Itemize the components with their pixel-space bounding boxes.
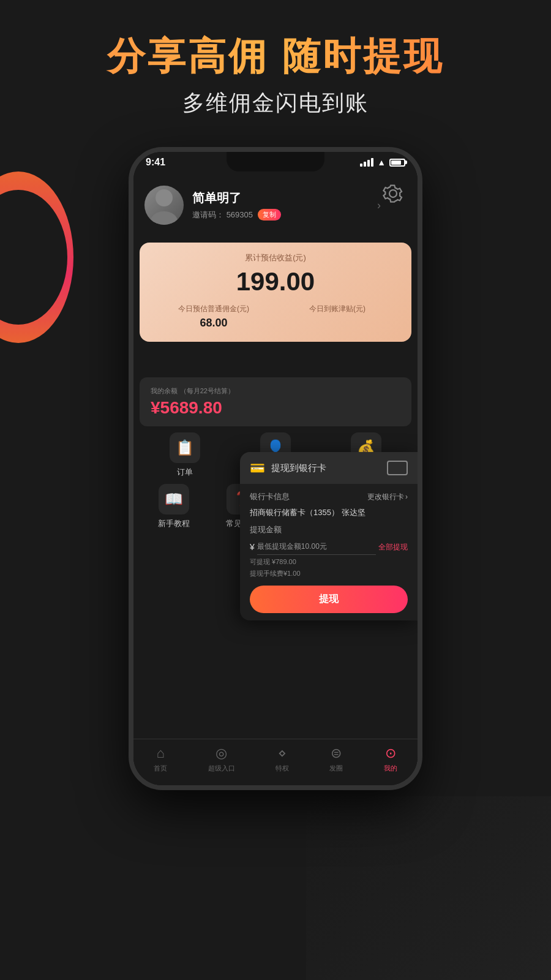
popup-withdraw-button[interactable]: 提现 xyxy=(250,586,408,613)
bg-shadow xyxy=(306,796,551,980)
invite-row: 邀请码： 569305 复制 xyxy=(192,209,381,221)
nav-item-super[interactable]: ◎ 超级入口 xyxy=(208,745,235,773)
balance-amount: ¥5689.80 xyxy=(151,398,400,418)
popup-amount-row: ¥ 最低提现金额10.00元 全部提现 xyxy=(250,539,408,555)
home-icon: ⌂ xyxy=(157,745,165,761)
earnings-total-amount: 199.00 xyxy=(152,267,399,296)
mine-nav-label: 我的 xyxy=(384,764,397,773)
popup-fee: 提现手续费¥1.00 xyxy=(250,569,408,578)
privilege-icon: ⋄ xyxy=(278,745,287,761)
status-bar: 9:41 ▲ xyxy=(146,157,405,168)
phone-screen: 9:41 ▲ xyxy=(133,152,418,785)
avatar xyxy=(144,186,184,225)
earnings-total-label: 累计预估收益(元) xyxy=(152,252,399,263)
status-time: 9:41 xyxy=(146,157,165,168)
popup-header: 💳 提现到银行卡 xyxy=(240,452,418,484)
popup-bank-label: 银行卡信息 xyxy=(250,491,290,502)
super-icon: ◎ xyxy=(216,745,227,761)
tutorial-icon: 📖 xyxy=(159,484,189,514)
popup-available: 可提现 ¥789.00 xyxy=(250,557,408,567)
signal-icon xyxy=(360,158,373,167)
earnings-commission-col: 今日预估普通佣金(元) 68.00 xyxy=(152,304,276,330)
popup-all-button[interactable]: 全部提现 xyxy=(378,542,408,552)
copy-button[interactable]: 复制 xyxy=(258,209,281,221)
earnings-commission-value: 68.00 xyxy=(152,317,276,330)
header-main-text: 分享高佣 随时提现 xyxy=(0,31,551,82)
popup-header-text: 提现到银行卡 xyxy=(271,462,326,474)
orders-label: 订单 xyxy=(177,467,193,478)
popup-bank-detail: 招商银行储蓄卡（1355） 张达坚 xyxy=(250,507,408,518)
battery-icon xyxy=(389,159,405,167)
orders-icon: 📋 xyxy=(170,432,200,463)
balance-label: 我的余额 （每月22号结算） xyxy=(151,386,400,396)
profile-chevron-icon: › xyxy=(377,199,381,212)
bottom-nav: ⌂ 首页 ◎ 超级入口 ⋄ 特权 ⊜ 发圈 ⊙ 我的 xyxy=(133,739,418,785)
earnings-subsidy-label: 今日到账津贴(元) xyxy=(276,304,399,314)
wallet-icon: 💳 xyxy=(250,461,265,475)
bg-circle-inner xyxy=(0,190,67,325)
earnings-subsidy-col: 今日到账津贴(元) xyxy=(276,304,399,330)
earnings-card: 累计预估收益(元) 199.00 今日预估普通佣金(元) 68.00 今日到账津… xyxy=(140,243,411,342)
card-icon xyxy=(387,461,408,475)
earnings-row: 今日预估普通佣金(元) 68.00 今日到账津贴(元) xyxy=(152,304,399,330)
share-nav-label: 发圈 xyxy=(329,764,343,773)
avatar-svg xyxy=(144,186,184,225)
popup-change-bank[interactable]: 更改银行卡 › xyxy=(367,492,408,502)
share-icon: ⊜ xyxy=(331,745,342,761)
header-sub-text: 多维佣金闪电到账 xyxy=(0,88,551,118)
svg-point-1 xyxy=(151,211,178,225)
nav-item-mine[interactable]: ⊙ 我的 xyxy=(384,745,397,773)
svg-point-0 xyxy=(156,189,173,206)
nav-item-share[interactable]: ⊜ 发圈 xyxy=(329,745,343,773)
popup-currency-symbol: ¥ xyxy=(250,542,255,552)
settings-icon[interactable] xyxy=(382,183,404,205)
popup-body: 银行卡信息 更改银行卡 › 招商银行储蓄卡（1355） 张达坚 提现金额 ¥ 最… xyxy=(240,484,418,620)
nav-item-privilege[interactable]: ⋄ 特权 xyxy=(276,745,289,773)
wifi-icon: ▲ xyxy=(377,157,386,167)
user-info: 简单明了 邀请码： 569305 复制 xyxy=(192,190,381,221)
user-name: 简单明了 xyxy=(192,190,381,206)
popup-bank-row: 银行卡信息 更改银行卡 › xyxy=(250,491,408,502)
menu-item-tutorial[interactable]: 📖 新手教程 xyxy=(146,484,201,529)
earnings-commission-label: 今日预估普通佣金(元) xyxy=(152,304,276,314)
invite-label: 邀请码： 569305 xyxy=(192,209,253,221)
tutorial-label: 新手教程 xyxy=(158,518,190,529)
super-nav-label: 超级入口 xyxy=(208,764,235,773)
popup-amount-input: 最低提现金额10.00元 xyxy=(257,539,376,555)
home-nav-label: 首页 xyxy=(154,764,167,773)
mine-icon: ⊙ xyxy=(385,745,396,761)
withdrawal-popup: 💳 提现到银行卡 银行卡信息 更改银行卡 › 招商银行储蓄卡（1355） 张达坚… xyxy=(240,452,418,620)
phone-body: 9:41 ▲ xyxy=(129,147,422,790)
header-section: 分享高佣 随时提现 多维佣金闪电到账 xyxy=(0,31,551,118)
user-profile[interactable]: 简单明了 邀请码： 569305 复制 › xyxy=(144,186,381,225)
gear-svg xyxy=(382,183,404,205)
phone-mockup: 9:41 ▲ xyxy=(129,147,422,790)
popup-amount-label: 提现金额 xyxy=(250,524,408,535)
privilege-nav-label: 特权 xyxy=(276,764,289,773)
bg-circle-decoration xyxy=(0,172,73,343)
nav-item-home[interactable]: ⌂ 首页 xyxy=(154,745,167,773)
balance-section: 我的余额 （每月22号结算） ¥5689.80 xyxy=(140,377,411,426)
menu-item-orders[interactable]: 📋 订单 xyxy=(157,432,212,478)
status-icons: ▲ xyxy=(360,157,405,167)
